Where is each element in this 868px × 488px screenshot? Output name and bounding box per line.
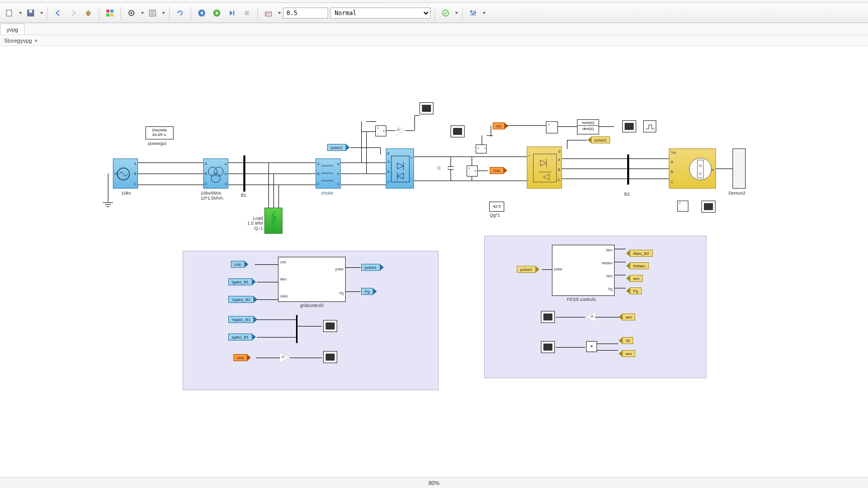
dropdown-icon[interactable]	[162, 12, 165, 14]
gain-block[interactable]	[280, 353, 290, 363]
dropdown-icon[interactable]	[40, 12, 43, 14]
load-block[interactable]	[264, 208, 282, 234]
wire	[361, 131, 376, 132]
scope-block[interactable]	[451, 125, 465, 137]
source-block[interactable]: A B C N	[113, 158, 138, 189]
simulation-mode-select[interactable]: Normal	[330, 8, 430, 19]
mux-block[interactable]	[296, 315, 298, 343]
grid-in-udc[interactable]: Udc	[231, 261, 245, 268]
step-forward-button[interactable]	[225, 7, 238, 20]
model-tab[interactable]: yvpg	[0, 24, 25, 35]
new-button[interactable]	[3, 7, 16, 20]
demux-block[interactable]	[733, 148, 746, 189]
wire	[558, 126, 577, 127]
grid-in-vgabc2[interactable]: Vgabc_B1	[228, 316, 254, 323]
pulse2-tag[interactable]: pulse2	[591, 136, 610, 143]
fess-in-pulse2[interactable]: pulse2	[517, 266, 536, 273]
scope-block[interactable]	[419, 102, 433, 114]
scope-block[interactable]	[323, 320, 337, 332]
dropdown-icon[interactable]	[483, 12, 486, 14]
sum-block[interactable]: +-	[677, 201, 688, 212]
back-button[interactable]	[52, 7, 65, 20]
inverter-block[interactable]: g +- ABC	[527, 146, 562, 189]
fess-te-tag[interactable]: Te	[622, 337, 633, 344]
list-button[interactable]	[146, 7, 159, 20]
const-block[interactable]: 42.5	[489, 202, 504, 212]
fess-wm2-tag[interactable]: wm	[622, 350, 635, 357]
run-button[interactable]	[210, 7, 223, 20]
fess-subsystem[interactable]: pulse Iabc thetam Wm Pg	[552, 245, 615, 296]
wire	[562, 158, 627, 159]
transformer-block[interactable]: ABC abc	[203, 158, 228, 189]
dropdown-icon[interactable]	[455, 12, 458, 14]
fess-out-pg[interactable]: Pg	[630, 287, 642, 294]
vmeas-block[interactable]: +-v	[375, 125, 386, 136]
powergui-block[interactable]: Discrete 2e-05 s.	[146, 126, 174, 139]
wire	[108, 174, 108, 203]
rectifier-block[interactable]: g ABC +-	[386, 148, 414, 189]
toolbar: Normal	[0, 3, 868, 23]
grid-in-udc2[interactable]: Udc	[233, 354, 247, 361]
record-button[interactable]	[262, 7, 275, 20]
relay-block[interactable]	[643, 120, 656, 132]
imeas-block[interactable]: +i	[476, 144, 487, 153]
diagram-canvas[interactable]: Discrete 2e-05 s. powergui A B C N 10kv …	[0, 46, 868, 477]
fess-out-wm[interactable]: wm	[630, 275, 643, 282]
config-button[interactable]	[125, 7, 138, 20]
scope-block[interactable]	[323, 351, 337, 363]
motor-block[interactable]: NS Tm ABC m	[669, 148, 716, 189]
transformer-label1: 10kv/690v	[201, 191, 221, 196]
grid-out-pulse1[interactable]: pulse1	[361, 264, 380, 271]
separator	[257, 7, 258, 20]
dropdown-icon[interactable]	[141, 12, 144, 14]
dropdown-icon[interactable]	[278, 12, 281, 14]
step-back-button[interactable]	[195, 7, 208, 20]
wire	[597, 344, 618, 344]
scope-block[interactable]	[622, 120, 636, 132]
pulse1-tag[interactable]: pulse1	[327, 144, 346, 151]
forward-button[interactable]	[67, 7, 80, 20]
gridcontrol-subsystem[interactable]: Udc Iabc Uabc pulse Pg	[278, 257, 346, 302]
sum-block[interactable]: +-	[546, 121, 558, 133]
scope-block[interactable]	[701, 201, 715, 213]
wire	[615, 275, 626, 275]
wire	[472, 156, 472, 166]
product-block[interactable]: ×	[586, 341, 597, 352]
gain-block[interactable]	[395, 125, 405, 135]
fess-out-thetam[interactable]: thetam	[630, 262, 649, 269]
grid-in-vgabc[interactable]: Vgabc_B1	[228, 296, 254, 303]
stop-time-input[interactable]	[283, 8, 328, 19]
scope-block[interactable]	[541, 341, 555, 353]
scope-block[interactable]	[541, 311, 555, 323]
tune-button[interactable]	[467, 7, 480, 20]
grid-out-pg[interactable]: Pg	[361, 288, 373, 295]
wire	[491, 125, 491, 136]
vmeas-udc-block[interactable]: +-v	[467, 166, 478, 177]
check-button[interactable]	[439, 7, 452, 20]
update-button[interactable]	[174, 7, 187, 20]
wire	[278, 185, 279, 208]
idc-tag[interactable]: idc	[493, 122, 505, 129]
grid-in-igabc2[interactable]: Igabc_B1	[228, 334, 252, 341]
wire	[228, 174, 243, 174]
wire	[507, 125, 546, 126]
capacitor-icon[interactable]	[447, 162, 455, 175]
transfer-fn-block[interactable]: num(s) den(s)	[577, 119, 599, 134]
bus-b2[interactable]	[627, 154, 629, 185]
save-button[interactable]	[24, 7, 37, 20]
grid-in-igabc[interactable]: Igabc_B1	[228, 278, 252, 285]
breadcrumb-item[interactable]: Storegyvpg	[4, 38, 32, 44]
choke-block[interactable]: ABC abc	[316, 158, 341, 189]
up-button[interactable]	[82, 7, 95, 20]
library-button[interactable]	[103, 7, 116, 20]
fess-out-ifabc[interactable]: Ifabc_B2	[630, 250, 653, 257]
dropdown-icon[interactable]	[19, 12, 22, 14]
fess-wm-tag[interactable]: wm	[622, 313, 635, 320]
separator	[462, 7, 463, 20]
chevron-right-icon: ▸	[35, 37, 38, 44]
udc-tag[interactable]: Udc	[490, 167, 504, 174]
cap-label: C	[438, 166, 441, 171]
stop-button[interactable]	[240, 7, 253, 20]
fess-label: FESS control1	[567, 297, 596, 302]
gain-block[interactable]	[585, 312, 595, 322]
